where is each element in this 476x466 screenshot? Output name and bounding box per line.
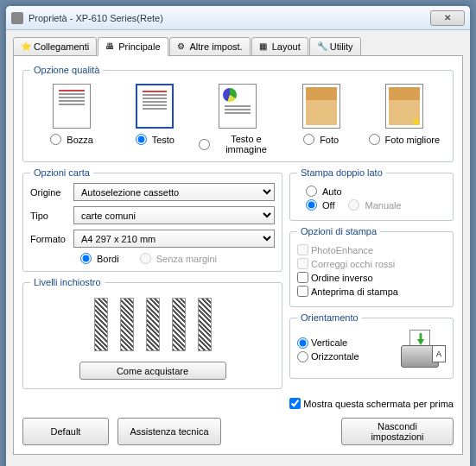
quality-photo-radio[interactable] bbox=[303, 134, 314, 145]
wrench-icon: 🔧 bbox=[317, 41, 327, 52]
type-select[interactable]: carte comuni bbox=[73, 206, 275, 224]
paper-group: Opzioni carta Origine Autoselezione cass… bbox=[22, 167, 282, 272]
duplex-group: Stampa doppio lato Auto Off Manuale bbox=[289, 167, 454, 221]
star-icon: ⭐ bbox=[21, 41, 31, 52]
borderless-radio bbox=[140, 253, 151, 264]
quality-text-radio[interactable] bbox=[136, 134, 147, 145]
reverse-check[interactable] bbox=[297, 272, 308, 283]
landscape-radio[interactable] bbox=[297, 351, 308, 362]
orientation-legend: Orientamento bbox=[297, 312, 362, 323]
opt-reverse[interactable]: Ordine inverso bbox=[297, 272, 446, 283]
orient-portrait[interactable]: Verticale bbox=[297, 337, 390, 349]
show-first-option[interactable]: Mostra questa schermata per prima bbox=[22, 398, 454, 409]
printer-icon: 🖶 bbox=[105, 41, 116, 52]
size-label: Formato bbox=[30, 234, 73, 244]
duplex-auto[interactable]: Auto bbox=[306, 186, 342, 197]
window-title: Proprietà - XP-610 Series(Rete) bbox=[29, 13, 430, 23]
quality-draft[interactable]: Bozza bbox=[33, 84, 111, 154]
type-label: Tipo bbox=[30, 211, 73, 221]
duplex-manual: Manuale bbox=[348, 199, 401, 211]
gear-icon: ⚙ bbox=[177, 41, 187, 52]
opt-photoenhance: PhotoEnhance bbox=[297, 244, 446, 255]
opt-redeye: Correggi occhi rossi bbox=[297, 258, 446, 269]
quality-textimage-radio[interactable] bbox=[199, 139, 210, 150]
borderless-option: Senza margini bbox=[140, 253, 217, 264]
quality-photobest-radio[interactable] bbox=[369, 134, 380, 145]
printopts-legend: Opzioni di stampa bbox=[297, 226, 380, 236]
opt-preview[interactable]: Anteprima di stampa bbox=[297, 286, 446, 297]
ink-bar-5 bbox=[198, 298, 212, 351]
ink-bar-3 bbox=[146, 298, 160, 351]
size-select[interactable]: A4 297 x 210 mm bbox=[73, 230, 275, 248]
tab-utility[interactable]: 🔧Utility bbox=[309, 37, 361, 56]
dialog-window: Proprietà - XP-610 Series(Rete) ✕ ⭐Colle… bbox=[5, 5, 471, 466]
duplex-off[interactable]: Off bbox=[306, 199, 334, 211]
tab-strip: ⭐Collegamenti 🖶Principale ⚙Altre impost.… bbox=[13, 37, 463, 56]
ink-bar-2 bbox=[120, 298, 134, 351]
borders-option[interactable]: Bordi bbox=[80, 253, 119, 264]
buy-ink-button[interactable]: Come acquistare bbox=[79, 362, 226, 380]
quality-group: Opzione qualità Bozza Testo Testo e imma… bbox=[22, 65, 454, 162]
duplex-legend: Stampa doppio lato bbox=[297, 167, 386, 178]
duplex-off-radio[interactable] bbox=[306, 199, 317, 211]
ink-bar-4 bbox=[172, 298, 186, 351]
borders-radio[interactable] bbox=[80, 253, 92, 264]
redeye-check bbox=[297, 258, 308, 269]
tab-main[interactable]: 🖶Principale bbox=[98, 37, 168, 56]
dialog-button-row: OK Annulla ? bbox=[6, 462, 470, 466]
portrait-radio[interactable] bbox=[297, 337, 308, 349]
ink-bars bbox=[30, 293, 275, 356]
duplex-auto-radio[interactable] bbox=[306, 186, 317, 197]
printopts-group: Opzioni di stampa PhotoEnhance Correggi … bbox=[289, 226, 454, 307]
orient-landscape[interactable]: Orizzontale bbox=[297, 351, 390, 362]
hide-settings-button[interactable]: Nascondi impostazioni bbox=[341, 418, 454, 445]
support-button[interactable]: Assistenza tecnica bbox=[117, 418, 221, 445]
quality-legend: Opzione qualità bbox=[30, 65, 103, 75]
quality-photo[interactable]: Foto bbox=[282, 84, 360, 154]
tab-layout[interactable]: ▦Layout bbox=[251, 37, 308, 56]
dialog-content: ⭐Collegamenti 🖶Principale ⚙Altre impost.… bbox=[6, 30, 470, 462]
orientation-group: Orientamento Verticale Orizzontale A bbox=[289, 312, 454, 379]
source-select[interactable]: Autoselezione cassetto bbox=[73, 183, 275, 201]
quality-draft-radio[interactable] bbox=[50, 134, 61, 145]
paper-legend: Opzioni carta bbox=[30, 167, 93, 178]
show-first-check[interactable] bbox=[289, 398, 301, 409]
printer-orientation-icon: A bbox=[397, 328, 446, 371]
quality-textimage[interactable]: Testo e immagine bbox=[199, 84, 276, 154]
ink-group: Livelli inchiostro Come acquistare bbox=[22, 277, 282, 389]
photoenhance-check bbox=[297, 244, 308, 255]
printer-icon bbox=[11, 12, 23, 24]
ink-legend: Livelli inchiostro bbox=[30, 277, 105, 287]
tab-links[interactable]: ⭐Collegamenti bbox=[13, 37, 97, 56]
quality-text[interactable]: Testo bbox=[116, 84, 194, 154]
default-button[interactable]: Default bbox=[22, 418, 109, 445]
source-label: Origine bbox=[30, 187, 73, 198]
titlebar[interactable]: Proprietà - XP-610 Series(Rete) ✕ bbox=[6, 6, 470, 30]
close-button[interactable]: ✕ bbox=[430, 10, 465, 26]
tab-other[interactable]: ⚙Altre impost. bbox=[169, 37, 251, 56]
tab-panel-main: Opzione qualità Bozza Testo Testo e imma… bbox=[13, 55, 463, 455]
layout-icon: ▦ bbox=[259, 41, 270, 52]
quality-photobest[interactable]: Foto migliore bbox=[365, 84, 443, 154]
ink-bar-1 bbox=[94, 298, 108, 351]
preview-check[interactable] bbox=[297, 286, 308, 297]
duplex-manual-radio bbox=[348, 199, 359, 211]
